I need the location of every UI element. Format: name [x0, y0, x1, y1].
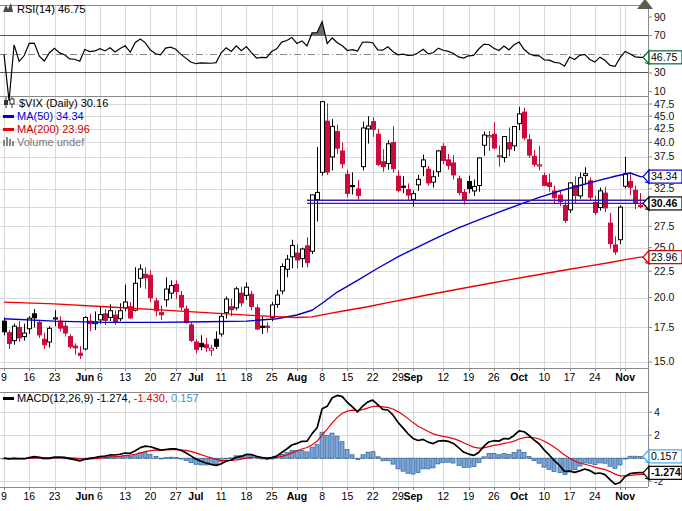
date-label: 13 [119, 371, 131, 383]
candle-body [119, 311, 123, 319]
candle-body [437, 151, 441, 172]
macd-histogram-bar [467, 458, 471, 467]
candle-body [564, 205, 568, 220]
candle-body [170, 286, 174, 294]
candle-body [316, 192, 320, 199]
candle-body [79, 353, 83, 355]
axis-label: 45.0 [654, 110, 675, 122]
candle-body [13, 326, 17, 340]
candle-body [624, 174, 628, 186]
screenshot-artifact [637, 0, 653, 9]
macd-histogram-bar [462, 458, 466, 467]
date-label: 26 [488, 490, 500, 502]
candle-body [276, 295, 280, 304]
candle-body [38, 322, 42, 334]
candle-body [367, 126, 371, 129]
candle-body [442, 146, 446, 160]
candle-body [407, 190, 411, 195]
macd-histogram-bar [290, 450, 294, 458]
axis-label: 15.0 [654, 355, 675, 367]
macd-histogram-bar [356, 458, 360, 459]
candle-body [488, 136, 492, 137]
date-label: 11 [216, 490, 227, 502]
macd-histogram-bar [598, 458, 602, 463]
axis-label: 4 [654, 406, 660, 418]
candle-body [8, 333, 12, 344]
candle-body [543, 176, 547, 186]
date-label: Nov [615, 371, 635, 383]
candle-body [447, 160, 451, 166]
macd-histogram-bar [497, 455, 501, 458]
axis-label: 10 [654, 85, 666, 97]
candle-body [33, 314, 37, 318]
candle-body [382, 162, 386, 167]
rsi-legend: RSI(14) 46.75 [3, 3, 85, 16]
candle-body [346, 174, 350, 193]
candle-body [230, 307, 234, 310]
date-label: 10 [539, 371, 551, 383]
candle-body [18, 327, 22, 337]
macd-histogram-bar [340, 442, 344, 459]
candle-body [235, 289, 239, 308]
candle-body [139, 269, 143, 278]
candle-body [114, 315, 118, 321]
axis-label: 32.5 [654, 182, 675, 194]
candle-body [74, 346, 78, 348]
date-label: 24 [589, 371, 601, 383]
candle-body [629, 181, 633, 187]
macd-histogram-bar [143, 453, 147, 458]
macd-histogram-bar [613, 458, 617, 468]
candle-body [296, 253, 300, 260]
stockchart: 9070301047.545.042.540.037.532.527.525.0… [0, 0, 682, 511]
candle-body [175, 285, 179, 292]
macd-histogram-bar [184, 458, 188, 460]
date-label: Oct [510, 490, 528, 502]
axis-label: 2 [654, 429, 660, 441]
date-label: 16 [23, 371, 35, 383]
macd-histogram-bar [154, 456, 158, 458]
macd-histogram-bar [148, 454, 152, 458]
macd-histogram-bar [128, 456, 132, 458]
macd-histogram-bar [174, 457, 178, 458]
date-label: 17 [564, 490, 576, 502]
candle-body [387, 144, 391, 164]
macd-histogram-bar [169, 457, 173, 458]
axis-label: 47.5 [654, 98, 675, 110]
candle-body [518, 114, 522, 124]
macd-hist-label: 0.157 [168, 392, 199, 405]
macd-histogram-bar [406, 458, 410, 473]
axis-label: 17.5 [654, 321, 675, 333]
candle-body [64, 326, 68, 333]
candle-body [503, 136, 507, 157]
candle-body [321, 102, 325, 173]
candle-body [528, 140, 532, 155]
macd-histogram-bar [381, 458, 385, 461]
macd-histogram-bar [325, 435, 329, 458]
date-label: Nov [615, 490, 635, 502]
value-box-label: -1.274 [651, 466, 681, 478]
candle-body [144, 274, 148, 278]
candle-body [180, 295, 184, 307]
candle-body [215, 339, 219, 346]
date-label: 20 [145, 371, 157, 383]
date-label: 12 [438, 490, 450, 502]
candle-body [513, 126, 517, 145]
date-label: 19 [463, 490, 475, 502]
date-label: 24 [589, 490, 601, 502]
macd-histogram-bar [623, 458, 627, 459]
axis-label: 37.5 [654, 150, 675, 162]
macd-histogram-bar [633, 456, 637, 458]
macd-histogram-bar [376, 457, 380, 458]
candle-body [478, 158, 482, 186]
candle-body [336, 132, 340, 149]
candle-body [341, 151, 345, 164]
date-label: 20 [145, 490, 157, 502]
price-legend: $VIX (Daily) 30.16 MA(50) 34.34 MA(200) … [3, 97, 108, 149]
date-label: 9 [1, 371, 7, 383]
date-label: 12 [438, 371, 450, 383]
macd-histogram-bar [542, 458, 546, 467]
macd-histogram-bar [164, 458, 168, 459]
candle-body [301, 249, 305, 259]
date-label: 22 [367, 371, 379, 383]
macd-histogram-bar [628, 456, 632, 458]
